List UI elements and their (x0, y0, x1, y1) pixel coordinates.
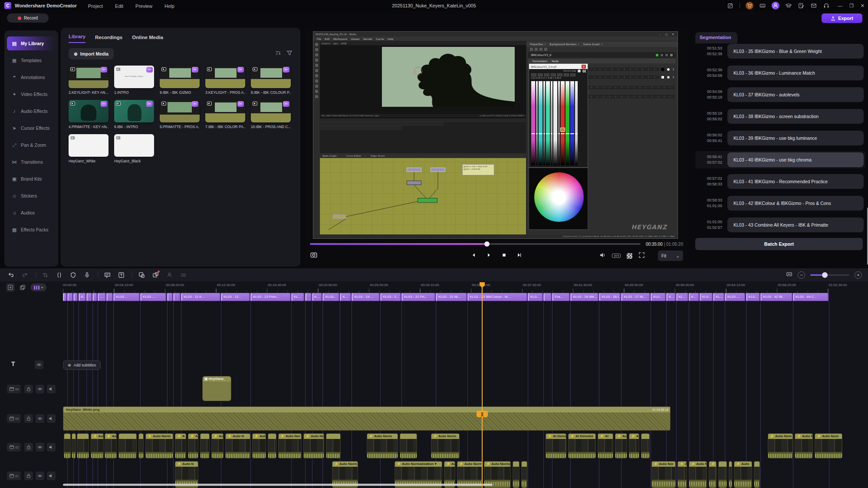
segment-row[interactable]: 00:56:0200:56:41KL03 - 39 IBKGizmo - use… (695, 129, 865, 147)
segment-label[interactable]: KL03 - 42 IBKColour & IBKGizmo - Pros & … (727, 196, 864, 211)
segment-row[interactable]: 00:52:3800:54:08KL03 - 36 IBKGizmo - Lum… (695, 64, 865, 82)
subtitle-visibility-eye-icon[interactable] (35, 360, 43, 369)
media-item[interactable]: ✂8.IBK - IBK COLOUR P... (251, 66, 291, 95)
progress-knob[interactable] (484, 241, 490, 247)
undo-icon[interactable] (6, 270, 16, 280)
shield-icon[interactable] (68, 270, 78, 280)
timeline-clip[interactable]: ⚡ Al (598, 433, 613, 458)
timeline-segment-clip[interactable]: Fra... (552, 293, 570, 301)
timeline-segment-clip[interactable]: KL03 - 12... (221, 293, 250, 301)
timeline-clip[interactable]: ⚡ Aut (91, 433, 104, 458)
timeline-segment-clip[interactable] (73, 293, 78, 301)
timeline-clip-heyganz[interactable]: ▣ HeyGanz_ (202, 376, 231, 401)
segmentation-tab[interactable]: Segmentation (695, 32, 737, 43)
track-manager-icon[interactable] (18, 283, 27, 292)
tab-library[interactable]: Library (69, 34, 85, 43)
timeline-segment-clip[interactable]: KL03 - 21 Pri... (401, 293, 435, 301)
speaker-icon[interactable] (47, 472, 56, 480)
menu-help[interactable]: Help (164, 3, 174, 9)
timeline-clip[interactable]: ⚡ Auto N (795, 433, 813, 458)
segment-label[interactable]: KL03 - 37 IBKGizmo - autolevels (727, 87, 864, 102)
timeline-clip[interactable] (521, 461, 527, 488)
timeline-clip[interactable]: ⚡ Auto (105, 433, 117, 458)
playhead-handle[interactable]: ][ (477, 411, 488, 417)
timeline-clip[interactable]: ⚡ AI Denoise (568, 433, 596, 458)
timeline-segment-clip[interactable]: K... (79, 293, 86, 301)
timeline-segment-clip[interactable]: KL03 - 19 ... (352, 293, 380, 301)
timeline-clip[interactable]: ⚡ Auto Nom (768, 433, 793, 458)
playhead[interactable]: ][ (482, 283, 483, 488)
sort-icon[interactable] (275, 50, 281, 58)
segment-row[interactable]: 00:58:3301:01:00KL03 - 42 IBKColour & IB… (695, 195, 865, 212)
timeline-clip[interactable]: ⚡ Auto Norm (145, 433, 173, 458)
sidebar-item-cursor-effects[interactable]: ➤Cursor Effects (7, 121, 56, 135)
menu-preview[interactable]: Preview (135, 3, 152, 9)
timeline-clip[interactable] (641, 433, 650, 458)
add-subtitles-button[interactable]: ⊕Add subtitles (63, 360, 101, 370)
segment-row[interactable]: 00:54:0800:55:19KL03 - 37 IBKGizmo - aut… (695, 86, 865, 103)
split-icon[interactable] (54, 270, 64, 280)
volume-icon[interactable] (599, 252, 606, 260)
timeline-segment-clip[interactable]: KL03 - 23 IBKColour - M... (467, 293, 528, 301)
sidebar-item-pan-zoom[interactable]: ⤢Pan & Zoom (7, 138, 56, 152)
menu-project[interactable]: Project (88, 3, 103, 9)
segment-row[interactable]: 00:56:4100:57:02KL03 - 40 IBKGizmo - use… (695, 151, 865, 168)
sidebar-item-my-library[interactable]: ▤My Library (7, 36, 56, 50)
speaker-icon[interactable] (47, 385, 56, 393)
timeline-segment-clip[interactable]: KL... (291, 293, 304, 301)
timeline-segment-clip[interactable]: KL03 - 27 IB... (621, 293, 650, 301)
segment-row[interactable]: 00:51:5300:52:38KL03 - 35 IBKGizmo - Blu… (695, 43, 865, 60)
timeline-clip[interactable]: ⚡ Auto Nom (815, 433, 842, 458)
keyboard-icon[interactable] (759, 2, 766, 9)
timeline-clip[interactable]: ⚡ Auto (734, 461, 752, 488)
speaker-icon[interactable] (47, 443, 56, 452)
timeline-clip[interactable]: ⚡ Au (211, 433, 224, 458)
batch-export-button[interactable]: Batch Export (695, 238, 863, 250)
timeline-clip[interactable]: ⚡ Au (188, 433, 198, 458)
timeline-segment-clip[interactable]: ... (98, 293, 106, 301)
play-icon[interactable] (486, 252, 492, 260)
timeline-segment-clip[interactable]: KL03 - 26 IBK... (570, 293, 598, 301)
timeline-clip[interactable]: ⚡ Auto (252, 433, 266, 458)
timeline-clip[interactable] (326, 433, 341, 458)
redo-icon[interactable] (20, 270, 30, 280)
stop-icon[interactable] (501, 252, 507, 260)
eye-icon[interactable] (36, 385, 44, 393)
segment-label[interactable]: KL03 - 35 IBKGizmo - Blue & Green Weight (727, 44, 864, 59)
minimize-icon[interactable]: — (838, 3, 842, 8)
timeline-segment-clip[interactable]: KL03 - 44 C... (793, 293, 829, 301)
timeline-clip[interactable]: ⚡ A (677, 461, 687, 488)
lock-icon[interactable] (24, 385, 33, 393)
timeline-segment-clip[interactable] (67, 293, 73, 301)
timeline-segment-clip[interactable]: KL03 - 42 IB... (760, 293, 792, 301)
snapshot-camera-icon[interactable] (310, 251, 318, 260)
maximize-icon[interactable]: ❐ (849, 3, 854, 9)
media-item[interactable]: HeyGanz_White (69, 134, 108, 163)
segment-label[interactable]: KL03 - 39 IBKGizmo - use bkg luminance (727, 131, 864, 145)
fit-timeline-icon[interactable] (786, 271, 792, 279)
timeline-clip-heyganz-white[interactable]: HeyGanz_White.png01:04:36:14 (63, 406, 671, 431)
timeline-segment-clip[interactable] (63, 293, 67, 301)
track-height-selector[interactable]: ▾ (30, 284, 46, 291)
timeline-zoom-slider[interactable] (810, 274, 849, 276)
media-item[interactable]: ✂2.KEYLIGHT- KEY AN... (69, 66, 108, 95)
timeline-segment-clip[interactable]: K... (340, 293, 351, 301)
timeline-segment-clip[interactable] (86, 293, 92, 301)
timeline-clip[interactable]: ⚡ AI Denoi (546, 433, 566, 458)
segment-label[interactable]: KL03 - 43 Combine All Keyers - IBK & Pri… (727, 218, 864, 232)
eye-icon[interactable] (36, 443, 44, 452)
add-track-icon[interactable] (6, 283, 15, 292)
textbox-icon[interactable] (116, 270, 126, 280)
fit-dropdown[interactable]: Fit⌄ (658, 251, 683, 261)
timeline-segment-clip[interactable]: KL0... (528, 293, 543, 301)
timeline-clip[interactable] (118, 433, 137, 458)
timeline-segment-clip[interactable]: KL... (713, 293, 724, 301)
timeline-segment-clip[interactable]: KL03 - 11 K... (181, 293, 220, 301)
timeline-clip[interactable]: ⚡ Auto N (225, 433, 250, 458)
progress-bar[interactable] (310, 243, 641, 245)
transparency-grid-icon[interactable] (627, 253, 632, 259)
sidebar-item-stickers[interactable]: ☺Stickers (7, 189, 56, 203)
export-button[interactable]: Export (822, 13, 862, 23)
lock-icon[interactable] (24, 443, 33, 452)
next-frame-icon[interactable] (516, 252, 522, 260)
